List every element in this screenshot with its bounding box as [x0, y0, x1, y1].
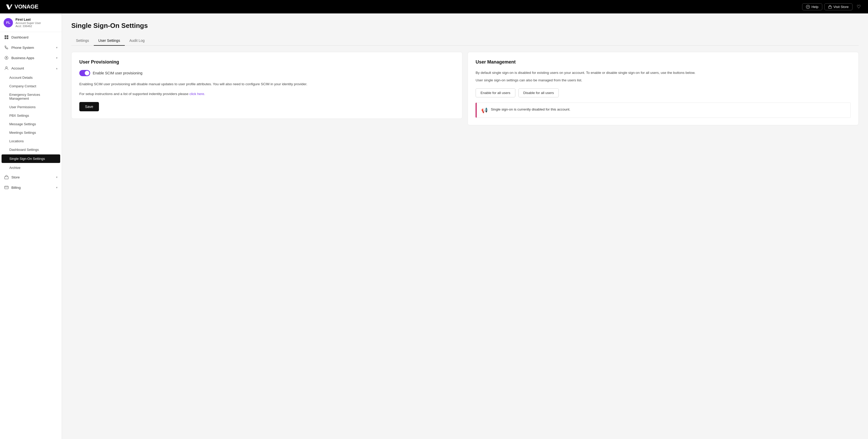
user-provisioning-title: User Provisioning: [79, 59, 455, 65]
store-nav-icon: [4, 175, 9, 180]
user-management-card: User Management By default single sign-o…: [468, 52, 859, 125]
user-profile-section: FL First Last Account Super User Acct: 3…: [0, 13, 62, 32]
tabs: Settings User Settings Audit Log: [71, 36, 859, 46]
sidebar-item-account-details[interactable]: Account Details: [0, 73, 62, 82]
vonage-brand-name: VONAGE: [14, 3, 38, 10]
visit-store-button[interactable]: Visit Store: [824, 3, 852, 10]
svg-rect-4: [5, 35, 6, 37]
sso-status-text: Single sign-on is currently disabled for…: [491, 107, 570, 112]
disable-all-users-button[interactable]: Disable for all users: [519, 88, 559, 97]
sidebar-item-archive[interactable]: Archive: [0, 163, 62, 172]
sidebar-item-single-sign-on[interactable]: Single Sign-On Settings: [2, 154, 60, 163]
top-navigation: VONAGE ? Help Visit Store ♡: [0, 0, 868, 13]
grid-icon: [4, 35, 9, 39]
svg-rect-12: [5, 186, 8, 189]
svg-marker-0: [6, 4, 13, 9]
svg-rect-5: [7, 35, 8, 37]
logo-area: VONAGE: [5, 3, 38, 10]
vonage-logo-icon: [5, 3, 12, 10]
billing-chevron: ▾: [56, 186, 58, 189]
sidebar-item-dashboard[interactable]: Dashboard: [0, 32, 62, 42]
account-chevron: ▴: [56, 67, 58, 70]
user-management-desc2: User single sign-on settings can also be…: [475, 77, 851, 83]
sidebar-item-pbx-settings[interactable]: PBX Settings: [0, 111, 62, 120]
sidebar-item-billing[interactable]: Billing ▾: [0, 182, 62, 193]
sidebar-item-message-settings[interactable]: Message Settings: [0, 120, 62, 128]
svg-rect-11: [5, 177, 8, 179]
sso-status-box: 📢 Single sign-on is currently disabled f…: [475, 102, 851, 118]
sidebar-item-emergency-services[interactable]: Emergency Services Management: [0, 90, 62, 103]
help-button[interactable]: ? Help: [802, 3, 822, 10]
sidebar-item-meetings-settings[interactable]: Meetings Settings: [0, 128, 62, 137]
store-icon: [828, 5, 832, 8]
svg-rect-6: [5, 37, 6, 39]
page-title: Single Sign-On Settings: [71, 22, 859, 30]
scim-toggle-label: Enable SCIM user provisioning: [93, 71, 142, 75]
main-content: Single Sign-On Settings Settings User Se…: [62, 13, 868, 439]
avatar: FL: [4, 18, 13, 27]
topnav-actions: ? Help Visit Store ♡: [802, 3, 863, 10]
user-name: First Last: [16, 18, 58, 22]
sidebar: FL First Last Account Super User Acct: 3…: [0, 13, 62, 439]
phone-system-chevron: ▾: [56, 46, 58, 49]
sidebar-item-account[interactable]: Account ▴: [0, 63, 62, 73]
save-button[interactable]: Save: [79, 102, 99, 111]
scim-toggle-row: Enable SCIM user provisioning: [79, 70, 455, 76]
user-info: First Last Account Super User Acct: 3364…: [16, 18, 58, 28]
phone-icon: [4, 45, 9, 50]
sidebar-item-business-apps[interactable]: Business Apps ▾: [0, 53, 62, 63]
svg-rect-3: [829, 6, 831, 8]
sidebar-item-dashboard-settings[interactable]: Dashboard Settings: [0, 146, 62, 154]
svg-point-10: [6, 67, 7, 68]
user-management-title: User Management: [475, 59, 851, 65]
click-here-link[interactable]: click here.: [189, 92, 205, 96]
business-apps-icon: [4, 56, 9, 60]
toggle-knob: [85, 71, 89, 75]
sidebar-item-company-contact[interactable]: Company Contact: [0, 82, 62, 90]
content-cards: User Provisioning Enable SCIM user provi…: [71, 52, 859, 125]
scim-toggle[interactable]: [79, 70, 90, 76]
favorites-button[interactable]: ♡: [855, 3, 863, 10]
user-provisioning-card: User Provisioning Enable SCIM user provi…: [71, 52, 462, 119]
business-apps-chevron: ▾: [56, 56, 58, 60]
billing-icon: [4, 185, 9, 190]
tab-settings[interactable]: Settings: [71, 36, 94, 46]
store-chevron: ▾: [56, 176, 58, 179]
app-layout: FL First Last Account Super User Acct: 3…: [0, 13, 868, 439]
sidebar-item-user-permissions[interactable]: User Permissions: [0, 103, 62, 111]
help-icon: ?: [806, 5, 810, 9]
enable-all-users-button[interactable]: Enable for all users: [475, 88, 516, 97]
sidebar-item-locations[interactable]: Locations: [0, 137, 62, 146]
user-role: Account Super User: [16, 22, 58, 25]
megaphone-icon: 📢: [481, 107, 488, 113]
provisioning-description: Enabling SCIM user provisioning will dis…: [79, 81, 455, 87]
provisioning-link-text: For setup instructions and a list of sup…: [79, 92, 455, 96]
svg-text:?: ?: [807, 5, 809, 8]
enable-disable-buttons: Enable for all users Disable for all use…: [475, 88, 851, 97]
sidebar-item-phone-system[interactable]: Phone System ▾: [0, 42, 62, 53]
account-icon: [4, 66, 9, 70]
tab-user-settings[interactable]: User Settings: [94, 36, 125, 46]
sidebar-item-store[interactable]: Store ▾: [0, 172, 62, 182]
user-account-number: Acct: 336462: [16, 25, 58, 28]
user-management-desc1: By default single sign-on is disabled fo…: [475, 70, 851, 76]
svg-rect-7: [7, 37, 8, 39]
svg-point-9: [6, 57, 7, 59]
tab-audit-log[interactable]: Audit Log: [125, 36, 149, 46]
